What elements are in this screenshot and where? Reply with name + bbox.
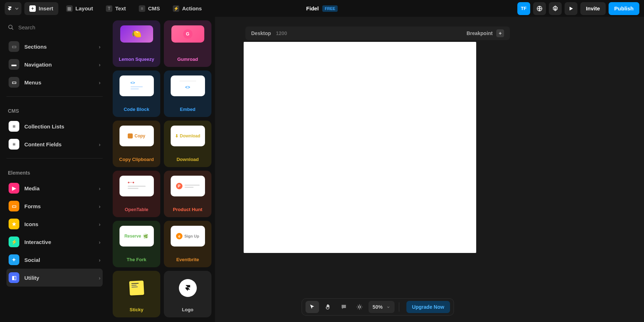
- sidebar-item-icons[interactable]: ★Icons›: [6, 215, 103, 233]
- canvas[interactable]: Desktop 1200 Breakpoint + 50% Upgrade No…: [215, 17, 540, 322]
- breakpoint-bar: Desktop 1200 Breakpoint +: [245, 26, 510, 40]
- insert-card-product-hunt[interactable]: PProduct Hunt: [164, 171, 211, 217]
- insert-panel: 🍋Lemon SqueezyGGumroad<>Code Block<>Embe…: [109, 17, 215, 322]
- insert-card-eventbrite[interactable]: eSign UpEventbrite: [164, 221, 211, 267]
- card-thumb: [171, 276, 205, 300]
- toolbar-actions[interactable]: ⚡Actions: [168, 2, 207, 15]
- hand-tool[interactable]: [321, 301, 335, 313]
- toolbar-cms[interactable]: ≡CMS: [134, 2, 165, 15]
- toolbar-insert[interactable]: +Insert: [24, 2, 58, 15]
- project-title[interactable]: Fidel FREE: [306, 5, 338, 12]
- card-thumb: 🍋: [120, 25, 153, 43]
- globe-icon: [536, 5, 543, 12]
- sidebar-item-label: Social: [24, 257, 40, 263]
- chevron-right-icon: ›: [99, 221, 101, 227]
- card-thumb: G: [171, 25, 204, 43]
- gear-icon: [552, 5, 558, 12]
- sidebar-item-media[interactable]: ▶Media›: [6, 179, 103, 197]
- card-label: Eventbrite: [176, 257, 199, 262]
- card-label: Gumroad: [177, 57, 198, 62]
- bolt-icon: ⚡: [173, 5, 179, 12]
- sidebar-item-social[interactable]: ✦Social›: [6, 251, 103, 269]
- comment-tool[interactable]: [337, 301, 350, 313]
- insert-card-download[interactable]: ⬇ DownloadDownload: [164, 121, 211, 167]
- sidebar-item-label: Utility: [24, 275, 39, 281]
- add-breakpoint-button[interactable]: +: [496, 29, 504, 37]
- interactive-icon: ⚡: [9, 236, 19, 247]
- sidebar-item-sections[interactable]: ▭Sections›: [6, 38, 103, 55]
- card-label: Sticky: [130, 307, 143, 312]
- card-label: Download: [176, 157, 199, 162]
- forms-icon: ▭: [9, 201, 19, 211]
- chevron-right-icon: ›: [99, 275, 101, 281]
- chevron-right-icon: ›: [99, 203, 101, 209]
- chevron-right-icon: ›: [99, 44, 101, 50]
- card-label: Embed: [180, 107, 195, 112]
- preview-button[interactable]: [565, 2, 577, 15]
- bottom-toolbar: 50% Upgrade Now: [301, 298, 454, 316]
- navigation-icon: ▬: [9, 59, 19, 70]
- insert-card-sticky[interactable]: Sticky: [113, 271, 160, 317]
- sidebar-item-interactive[interactable]: ⚡Interactive›: [6, 233, 103, 251]
- logo-menu[interactable]: [5, 2, 21, 15]
- card-label: The Fork: [127, 257, 146, 262]
- insert-card-gumroad[interactable]: GGumroad: [164, 20, 211, 67]
- sidebar-item-label: Icons: [24, 221, 38, 227]
- avatar[interactable]: TF: [517, 2, 530, 15]
- text-icon: T: [106, 5, 112, 12]
- layout-icon: ▦: [66, 5, 73, 12]
- chevron-down-icon: [14, 6, 20, 11]
- theme-toggle[interactable]: [352, 301, 366, 313]
- zoom-select[interactable]: 50%: [368, 301, 394, 313]
- sidebar-item-forms[interactable]: ▭Forms›: [6, 197, 103, 215]
- card-thumb: eSign Up: [171, 226, 205, 247]
- media-icon: ▶: [9, 183, 19, 194]
- toolbar-layout[interactable]: ▦Layout: [61, 2, 98, 15]
- right-panel: [540, 17, 644, 322]
- insert-card-the-fork[interactable]: Reserve 🌿The Fork: [113, 221, 160, 267]
- chevron-right-icon: ›: [99, 185, 101, 191]
- sidebar-item-collection-lists[interactable]: ≡Collection Lists: [6, 117, 103, 135]
- globe-button[interactable]: [533, 2, 546, 15]
- chevron-right-icon: ›: [99, 62, 101, 68]
- artboard[interactable]: [244, 42, 476, 253]
- plan-badge: FREE: [322, 5, 338, 12]
- card-thumb: <>: [171, 75, 205, 96]
- insert-card-lemon-squeezy[interactable]: 🍋Lemon Squeezy: [113, 20, 160, 67]
- cursor-tool[interactable]: [305, 301, 319, 313]
- insert-card-logo[interactable]: Logo: [164, 271, 211, 317]
- comment-icon: [340, 304, 347, 310]
- svg-point-1: [554, 8, 556, 9]
- insert-card-copy-clipboard[interactable]: CopyCopy Clipboard: [113, 121, 160, 167]
- collection-lists-icon: ≡: [9, 121, 19, 132]
- utility-icon: ◧: [9, 272, 19, 283]
- content-fields-icon: ≡: [9, 139, 19, 150]
- sidebar-item-label: Sections: [24, 44, 47, 50]
- card-label: Lemon Squeezy: [119, 57, 154, 62]
- search-input[interactable]: Search: [6, 21, 103, 33]
- toolbar-text[interactable]: TText: [101, 2, 131, 15]
- sidebar-item-content-fields[interactable]: ≡Content Fields›: [6, 135, 103, 153]
- sidebar-item-label: Media: [24, 185, 40, 191]
- invite-button[interactable]: Invite: [580, 2, 606, 15]
- sidebar-item-label: Forms: [24, 203, 41, 209]
- menus-icon: ▭: [9, 77, 19, 88]
- insert-card-embed[interactable]: <>Embed: [164, 70, 211, 117]
- card-thumb: <>: [119, 75, 154, 96]
- social-icon: ✦: [9, 254, 19, 265]
- card-label: Code Block: [124, 107, 150, 112]
- chevron-right-icon: ›: [99, 141, 101, 147]
- card-thumb: P: [171, 176, 205, 196]
- search-icon: [8, 24, 14, 30]
- settings-button[interactable]: [549, 2, 562, 15]
- sidebar-item-utility[interactable]: ◧Utility›: [6, 269, 103, 287]
- publish-button[interactable]: Publish: [609, 2, 639, 15]
- sections-icon: ▭: [9, 41, 19, 52]
- sidebar-item-menus[interactable]: ▭Menus›: [6, 73, 103, 91]
- upgrade-button[interactable]: Upgrade Now: [406, 301, 450, 313]
- insert-card-opentable[interactable]: ●─●OpenTable: [113, 171, 160, 217]
- sidebar-item-navigation[interactable]: ▬Navigation›: [6, 55, 103, 73]
- insert-card-code-block[interactable]: <>Code Block: [113, 70, 160, 117]
- sidebar-group-title: CMS: [6, 102, 103, 117]
- sidebar-item-label: Menus: [24, 79, 42, 86]
